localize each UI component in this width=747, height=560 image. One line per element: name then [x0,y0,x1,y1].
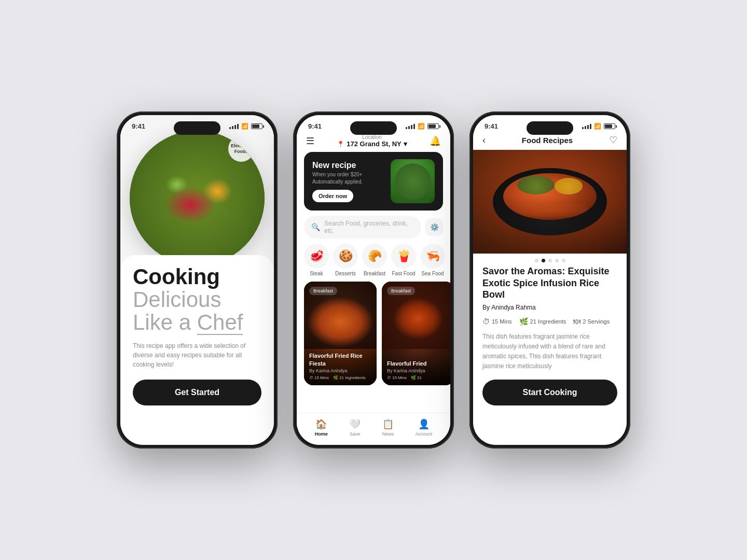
search-icon: 🔍 [311,223,320,231]
nav-home[interactable]: 🏠 Home [315,418,328,437]
clock-icon: ⏱ [482,317,490,326]
category-breakfast[interactable]: 🥐 Breakfast [362,244,387,276]
dot-4 [555,259,559,262]
dynamic-island-3 [527,121,573,135]
wifi-icon-2: 📶 [418,123,425,130]
food-card-1-ingredients: 🌿 21 Ingredients [333,375,366,380]
nav-save[interactable]: 🤍 Save [349,418,361,437]
category-desserts[interactable]: 🍪 Desserts [333,244,358,276]
search-row: 🔍 Search Food, groceries, drink, etc. ⚙️ [304,216,443,239]
phones-container: 9:41 📶 [117,111,630,449]
stat-time-value: 15 Mins [492,318,512,325]
location-pin-icon: 📍 [337,141,344,148]
title-chef-underline: Chef [197,311,243,335]
promo-subtitle: When you order $20+ Automatically applie… [312,171,385,186]
search-input[interactable]: Search Food, groceries, drink, etc. [324,220,414,234]
food-card-2-title: Flavorful Fried [387,360,449,367]
category-fastfood[interactable]: 🍟 Fast Food [391,244,416,276]
food-card-1-meta: ⏱ 15 Mins 🌿 21 Ingredients [309,375,371,380]
food-card-2-ingredients: 🌿 21 [411,375,422,380]
location-value[interactable]: 📍 172 Grand St, NY ▾ [337,140,407,148]
recipe-author: By Anindya Rahma [482,304,617,311]
ingredients-icon: 🌿 [519,317,528,326]
dynamic-island-2 [350,121,397,135]
heart-button[interactable]: ♡ [609,134,617,146]
location-container: Location 📍 172 Grand St, NY ▾ [337,134,407,148]
status-time-2: 9:41 [308,122,322,130]
wifi-icon-3: 📶 [594,123,601,130]
location-text: 172 Grand St, NY [347,140,401,148]
servings-icon: 🍽 [573,317,580,326]
category-breakfast-label: Breakfast [364,271,385,276]
food-card-1[interactable]: Breakfast Flavorful Fried Rice Fiesta By… [304,282,377,385]
page-title: Food Recipes [522,136,573,145]
food-card-2-overlay: Flavorful Fried By Karina Anindya ⏱ 15 M… [382,354,450,385]
dots-indicator [473,254,627,265]
title-cooking: Cooking [133,265,261,288]
category-seafood-label: Sea Food [421,271,444,276]
nav-news-label: News [382,431,394,437]
recipe-content: Savor the Aromas: Exquisite Exotic Spice… [473,265,627,445]
category-steak-label: Steak [310,271,323,276]
stat-ingredients: 🌿 21 Ingredients [519,317,566,326]
splash-description: This recipe app offers a wide selection … [133,341,261,369]
desserts-icon: 🍪 [333,244,358,269]
food-card-2-time: ⏱ 15 Mins [387,375,407,380]
promo-food-image [391,159,435,203]
dot-2 [542,259,545,262]
category-steak[interactable]: 🥩 Steak [304,244,329,276]
promo-title: New recipe [312,161,385,170]
status-icons-1: 📶 [229,123,262,130]
phone-1: 9:41 📶 [117,111,278,449]
recipe-stats: ⏱ 15 Mins 🌿 21 Ingredients 🍽 2 Servings [482,317,617,326]
home-header: ☰ Location 📍 172 Grand St, NY ▾ 🔔 [297,132,450,152]
filter-button[interactable]: ⚙️ [425,218,443,236]
get-started-button[interactable]: Get Started [133,380,261,405]
title-chef: Like a Chef [133,311,261,335]
chevron-down-icon: ▾ [404,140,407,148]
order-now-button[interactable]: Order now [312,190,353,202]
phone-2: 9:41 📶 [293,111,454,449]
wifi-icon-1: 📶 [241,123,248,130]
back-button[interactable]: ‹ [482,135,486,146]
nav-account[interactable]: 👤 Account [416,418,433,437]
battery-icon-1 [251,123,262,129]
category-fastfood-label: Fast Food [392,271,415,276]
location-label: Location [362,134,382,140]
category-desserts-label: Desserts [335,271,355,276]
author-name: Anindya Rahma [491,304,535,311]
recipe-name: Savor the Aromas: Exquisite Exotic Spice… [482,265,617,301]
recipe-header: ‹ Food Recipes ♡ [473,132,627,150]
phone-1-content: Cooking Delicious Like a Chef This recip… [120,255,274,445]
stat-servings: 🍽 2 Servings [573,317,610,326]
promo-text: New recipe When you order $20+ Automatic… [312,161,385,202]
stat-time: ⏱ 15 Mins [482,317,512,326]
food-card-1-author: By Karina Anindya [309,368,371,373]
battery-icon-3 [604,123,615,129]
start-cooking-button[interactable]: Start Cooking [482,380,617,405]
food-card-2-badge: Breakfast [387,287,415,295]
seafood-icon: 🦐 [420,244,445,269]
title-delicious: Delicious [133,288,261,311]
promo-banner: New recipe When you order $20+ Automatic… [304,152,443,211]
news-icon: 📋 [382,418,394,430]
status-time-1: 9:41 [132,122,145,130]
food-bowl-image: Elements Foods [130,131,265,265]
signal-icon-3 [582,124,591,129]
nav-account-label: Account [416,431,433,437]
category-seafood[interactable]: 🦐 Sea Food [420,244,445,276]
search-bar[interactable]: 🔍 Search Food, groceries, drink, etc. [304,216,421,239]
food-card-2[interactable]: Breakfast Flavorful Fried By Karina Anin… [382,282,450,385]
phone-3: 9:41 📶 [469,111,630,449]
battery-icon-2 [427,123,439,129]
nav-save-label: Save [350,431,361,437]
signal-icon-2 [406,124,415,129]
menu-icon[interactable]: ☰ [306,135,314,147]
splash-title: Cooking Delicious Like a Chef [133,265,261,335]
nav-news[interactable]: 📋 News [382,418,394,437]
notification-bell-icon[interactable]: 🔔 [430,135,441,147]
bottom-nav: 🏠 Home 🤍 Save 📋 News 👤 Account [297,413,450,445]
food-card-1-time: ⏱ 15 Mins [309,375,329,380]
stat-servings-value: 2 Servings [583,318,610,325]
food-card-2-meta: ⏱ 15 Mins 🌿 21 [387,375,449,380]
